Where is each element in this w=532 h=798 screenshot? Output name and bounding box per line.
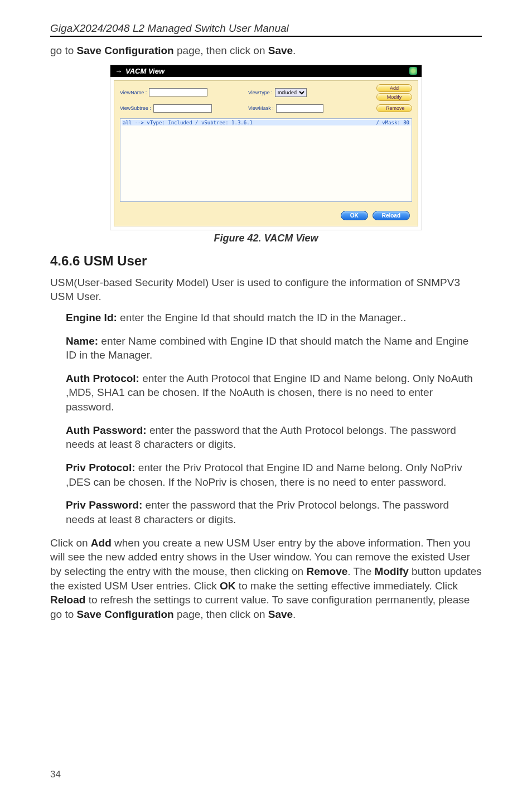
- privpass-label: Priv Password:: [66, 499, 142, 511]
- intro-bold-2: Save: [268, 45, 293, 56]
- figure-panel: ViewName : ViewType : Included Add Modif…: [114, 80, 418, 226]
- figure-screenshot: → VACM View ViewName : ViewType : Includ…: [110, 65, 422, 230]
- viewtype-label: ViewType :: [248, 90, 273, 95]
- reload-button[interactable]: Reload: [373, 211, 410, 220]
- name-text: enter Name combined with Engine ID that …: [66, 335, 468, 361]
- intro-paragraph: go to Save Configuration page, then clic…: [50, 43, 482, 58]
- para-final: Click on Add when you create a new USM U…: [50, 536, 482, 622]
- para-usm-intro: USM(User-based Security Model) User is u…: [50, 275, 482, 304]
- viewsubtree-input[interactable]: [153, 104, 212, 113]
- page-header: GigaX2024/2048 L2 Managed Switch User Ma…: [50, 22, 482, 37]
- arrow-icon: →: [115, 67, 122, 75]
- authproto-label: Auth Protocol:: [66, 373, 139, 384]
- para-authproto: Auth Protocol: enter the Auth Protocol t…: [66, 371, 476, 414]
- list-right: / vMask: 80: [376, 120, 409, 125]
- page-number: 34: [50, 769, 61, 780]
- final-b4: OK: [220, 580, 236, 592]
- viewmask-label: ViewMask :: [248, 105, 274, 111]
- authpass-label: Auth Password:: [66, 424, 147, 436]
- add-button[interactable]: Add: [376, 84, 412, 92]
- intro-bold-1: Save Configuration: [77, 45, 174, 56]
- viewsubtree-label: ViewSubtree :: [120, 105, 151, 111]
- intro-text: .: [293, 45, 296, 56]
- header-title: GigaX2024/2048 L2 Managed Switch User Ma…: [50, 22, 289, 35]
- final-b7: Save: [268, 608, 293, 620]
- viewtype-select[interactable]: Included: [275, 88, 307, 97]
- engine-text: enter the Engine Id that should match th…: [117, 312, 407, 323]
- intro-text: page, then click on: [174, 45, 268, 56]
- para-engine: Engine Id: enter the Engine Id that shou…: [66, 311, 476, 325]
- titlebar-label: VACM View: [125, 67, 165, 75]
- logo-icon: [409, 67, 417, 75]
- final-t7: page, then click on: [174, 608, 268, 620]
- final-b3: Modify: [375, 565, 409, 577]
- final-t3: . The: [347, 565, 374, 577]
- list-left: all --> vType: Included / vSubtree: 1.3.…: [123, 120, 253, 125]
- privproto-label: Priv Protocol:: [66, 462, 136, 473]
- modify-button[interactable]: Modify: [376, 93, 412, 101]
- intro-text: go to: [50, 45, 77, 56]
- name-label: Name:: [66, 335, 98, 347]
- final-b1: Add: [91, 537, 112, 549]
- form-row-2: ViewSubtree : ViewMask : Remove: [114, 104, 418, 116]
- final-t8: .: [293, 608, 296, 620]
- para-privpass: Priv Password: enter the password that t…: [66, 498, 476, 526]
- remove-button[interactable]: Remove: [376, 104, 412, 112]
- list-item[interactable]: all --> vType: Included / vSubtree: 1.3.…: [122, 120, 410, 125]
- final-b5: Reload: [50, 594, 85, 606]
- figure-titlebar: → VACM View: [110, 65, 422, 77]
- engine-label: Engine Id:: [66, 312, 117, 323]
- para-privproto: Priv Protocol: enter the Priv Protocol t…: [66, 461, 476, 489]
- final-b2: Remove: [306, 565, 347, 577]
- para-authpass: Auth Password: enter the password that t…: [66, 423, 476, 452]
- viewname-input[interactable]: [149, 88, 207, 96]
- final-b6: Save Configuration: [77, 608, 174, 620]
- form-row-1: ViewName : ViewType : Included Add Modif…: [114, 81, 418, 104]
- figure-caption: Figure 42. VACM View: [50, 233, 482, 244]
- section-heading: 4.6.6 USM User: [50, 253, 482, 269]
- viewmask-input[interactable]: [276, 104, 323, 113]
- button-row: OK Reload: [114, 207, 418, 226]
- final-t5: to make the setting effective immediatel…: [236, 580, 458, 592]
- ok-button[interactable]: OK: [341, 211, 368, 220]
- para-name: Name: enter Name combined with Engine ID…: [66, 334, 476, 362]
- final-t1: Click on: [50, 537, 91, 549]
- list-area[interactable]: all --> vType: Included / vSubtree: 1.3.…: [120, 118, 412, 202]
- viewname-label: ViewName :: [120, 90, 147, 95]
